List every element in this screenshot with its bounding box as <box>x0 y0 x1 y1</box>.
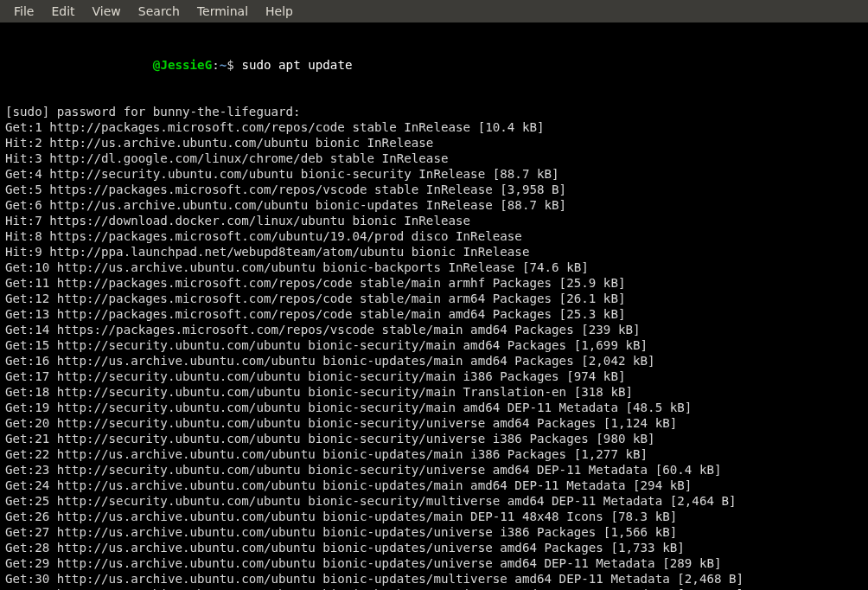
prompt-user-host: @JessieG <box>153 58 212 72</box>
menu-edit[interactable]: Edit <box>42 3 83 20</box>
terminal-output-line: Get:23 http://security.ubuntu.com/ubuntu… <box>5 462 863 478</box>
terminal-output-line: Get:1 http://packages.microsoft.com/repo… <box>5 119 863 135</box>
terminal-output-line: Hit:3 http://dl.google.com/linux/chrome/… <box>5 151 863 166</box>
terminal-output-line: Get:18 http://security.ubuntu.com/ubuntu… <box>5 384 863 400</box>
terminal-output-line: Get:20 http://security.ubuntu.com/ubuntu… <box>5 415 863 431</box>
terminal-output-line: Get:10 http://us.archive.ubuntu.com/ubun… <box>5 260 863 275</box>
terminal-output-line: Get:13 http://packages.microsoft.com/rep… <box>5 306 863 322</box>
terminal-output-line: Get:24 http://us.archive.ubuntu.com/ubun… <box>5 478 863 493</box>
terminal-output-line: Get:21 http://security.ubuntu.com/ubuntu… <box>5 431 863 446</box>
terminal-output-line: Get:26 http://us.archive.ubuntu.com/ubun… <box>5 509 863 524</box>
terminal-viewport[interactable]: @JessieG:~$ sudo apt update [sudo] passw… <box>0 22 868 590</box>
menu-search[interactable]: Search <box>130 3 188 20</box>
terminal-output-line: Get:16 http://us.archive.ubuntu.com/ubun… <box>5 353 863 369</box>
terminal-output-line: Hit:2 http://us.archive.ubuntu.com/ubunt… <box>5 135 863 151</box>
prompt-line: @JessieG:~$ sudo apt update <box>5 57 863 73</box>
terminal-output-line: Get:17 http://security.ubuntu.com/ubuntu… <box>5 369 863 384</box>
terminal-output-line: Get:4 http://security.ubuntu.com/ubuntu … <box>5 166 863 182</box>
terminal-output-line: Get:28 http://us.archive.ubuntu.com/ubun… <box>5 540 863 555</box>
menu-help[interactable]: Help <box>257 3 302 20</box>
prompt-sep: : <box>212 58 220 72</box>
terminal-output-line: Hit:8 https://packages.microsoft.com/ubu… <box>5 228 863 244</box>
terminal-output-line: Get:5 https://packages.microsoft.com/rep… <box>5 182 863 197</box>
prompt-cwd: ~ <box>220 58 227 72</box>
terminal-output-line: Get:11 http://packages.microsoft.com/rep… <box>5 275 863 291</box>
terminal-output: [sudo] password for bunny-the-lifeguard:… <box>5 104 863 590</box>
terminal-output-line: Get:12 http://packages.microsoft.com/rep… <box>5 291 863 306</box>
menu-terminal[interactable]: Terminal <box>188 3 257 20</box>
terminal-output-line: [sudo] password for bunny-the-lifeguard: <box>5 104 863 119</box>
terminal-output-line: Get:30 http://us.archive.ubuntu.com/ubun… <box>5 571 863 587</box>
menu-view[interactable]: View <box>84 3 130 20</box>
terminal-output-line: Get:6 http://us.archive.ubuntu.com/ubunt… <box>5 197 863 213</box>
terminal-output-line: Get:22 http://us.archive.ubuntu.com/ubun… <box>5 446 863 462</box>
terminal-output-line: Get:15 http://security.ubuntu.com/ubuntu… <box>5 337 863 353</box>
terminal-output-line: Get:31 http://us.archive.ubuntu.com/ubun… <box>5 587 863 590</box>
prompt-sigil: $ <box>227 58 241 72</box>
terminal-output-line: Get:27 http://us.archive.ubuntu.com/ubun… <box>5 524 863 540</box>
prompt-command: sudo apt update <box>241 58 352 72</box>
terminal-output-line: Get:14 https://packages.microsoft.com/re… <box>5 322 863 337</box>
terminal-output-line: Get:19 http://security.ubuntu.com/ubuntu… <box>5 400 863 415</box>
terminal-output-line: Hit:9 http://ppa.launchpad.net/webupd8te… <box>5 244 863 260</box>
terminal-output-line: Get:25 http://security.ubuntu.com/ubuntu… <box>5 493 863 509</box>
terminal-output-line: Get:29 http://us.archive.ubuntu.com/ubun… <box>5 555 863 571</box>
menubar: File Edit View Search Terminal Help <box>0 0 868 22</box>
menu-file[interactable]: File <box>5 3 42 20</box>
terminal-output-line: Hit:7 https://download.docker.com/linux/… <box>5 213 863 228</box>
